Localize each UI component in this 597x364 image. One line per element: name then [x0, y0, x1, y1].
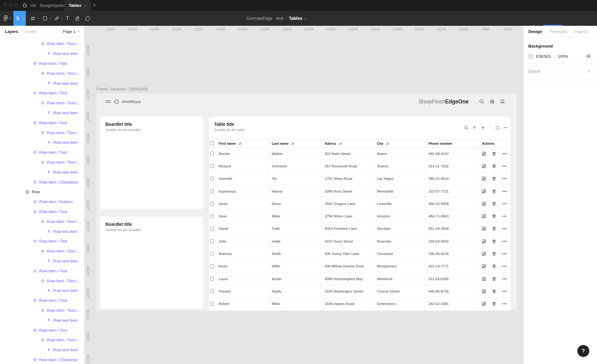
tab-layers[interactable]: Layers	[5, 29, 18, 34]
search-icon[interactable]	[479, 99, 484, 104]
layer-row[interactable]: Row-Item / Text	[0, 207, 84, 217]
layer-row[interactable]: Row-Item / Text /...	[0, 68, 84, 78]
edit-icon[interactable]	[482, 226, 486, 231]
sort-icon[interactable]	[338, 142, 342, 145]
tab-design[interactable]: Design	[528, 29, 542, 34]
plus-icon[interactable]	[480, 125, 485, 130]
layer-row[interactable]: Row-Item / Text /...	[0, 39, 84, 49]
table-row[interactable]: AnthonySmith936 Sunny Glen LaneCleveland…	[209, 248, 511, 260]
layer-row[interactable]: Row-Item / Text /...	[0, 276, 84, 286]
page-selector[interactable]: Page 1	[63, 29, 80, 34]
table-row[interactable]: KevinWillis439 Willow Greene DriveMontgo…	[209, 260, 511, 273]
layer-row[interactable]: Row-Item / Actions	[0, 197, 84, 207]
more-dots-icon[interactable]	[502, 202, 507, 206]
breadcrumb[interactable]: GermanEdge - test / Tables	[247, 11, 307, 26]
row-checkbox[interactable]	[210, 214, 214, 218]
sort-icon[interactable]	[238, 142, 242, 145]
layer-row[interactable]: Row-Item / Text	[0, 59, 84, 69]
layer-row[interactable]: Row	[0, 187, 84, 197]
layer-row[interactable]: TRow text item	[0, 138, 84, 148]
row-checkbox[interactable]	[210, 227, 214, 231]
traffic-light-close[interactable]	[3, 3, 7, 7]
edit-icon[interactable]	[482, 164, 486, 168]
more-icon[interactable]	[503, 125, 508, 130]
pen-tool-button[interactable]	[52, 11, 65, 26]
layer-row[interactable]: TRow text item	[0, 78, 84, 88]
canvas[interactable]: -11600-11500-11400-11300-11200-11100-110…	[85, 26, 523, 364]
edit-icon[interactable]	[482, 202, 486, 206]
row-checkbox[interactable]	[210, 177, 214, 181]
help-button[interactable]: ?	[577, 345, 589, 357]
table-row[interactable]: LauraAustin4088 Hummingbird WayWheelock5…	[209, 273, 511, 285]
layer-row[interactable]: Row-Item / Text /...	[0, 306, 84, 316]
sliders-icon[interactable]	[490, 99, 495, 104]
trash-icon[interactable]	[492, 264, 496, 268]
edit-icon[interactable]	[482, 277, 486, 281]
layer-row[interactable]: Row-Item / Text	[0, 236, 84, 246]
layer-row[interactable]: TRow text item	[0, 226, 84, 236]
table-row[interactable]: PrestonFields1939 Washington StreetCorpu…	[209, 285, 511, 298]
layer-row[interactable]: TRow text item	[0, 108, 84, 118]
row-checkbox[interactable]	[210, 264, 214, 268]
more-dots-icon[interactable]	[502, 302, 507, 306]
add-export-icon[interactable]	[586, 69, 591, 74]
layer-row[interactable]: Row-Item / Text	[0, 118, 84, 128]
layer-row[interactable]: Row-Item / Text	[0, 266, 84, 276]
row-checkbox[interactable]	[210, 302, 214, 306]
row-checkbox[interactable]	[210, 239, 214, 243]
row-checkbox[interactable]	[210, 152, 214, 156]
layer-row[interactable]: Row-Item / Text /...	[0, 335, 84, 345]
edit-icon[interactable]	[482, 214, 486, 218]
header-cell[interactable]: First name	[215, 139, 269, 147]
move-tool-button[interactable]	[13, 11, 26, 26]
traffic-light-minimize[interactable]	[9, 3, 12, 7]
edit-icon[interactable]	[482, 289, 486, 293]
layer-row[interactable]: Row-Item / Text	[0, 88, 84, 98]
layer-row[interactable]: Row-Item / Checkbox	[0, 355, 84, 364]
layer-row[interactable]: TRow text item	[0, 167, 84, 177]
close-tab-icon[interactable]	[84, 4, 87, 7]
more-dots-icon[interactable]	[502, 264, 507, 268]
table-row[interactable]: SeanMiller3756 Wines LaneHouston453-71-0…	[209, 210, 511, 222]
trash-icon[interactable]	[492, 277, 496, 281]
row-checkbox[interactable]	[210, 189, 214, 193]
edit-icon[interactable]	[482, 152, 486, 156]
trash-icon[interactable]	[492, 152, 496, 156]
comment-tool-button[interactable]	[83, 11, 93, 26]
layer-row[interactable]: Row-Item / Text /...	[0, 128, 84, 138]
date-input[interactable]: mm/dd/yyyy	[114, 98, 141, 105]
sort-icon[interactable]	[386, 142, 390, 145]
table-row[interactable]: RachelWelkel923 Nelm StreetAlamo491-58-4…	[209, 148, 511, 160]
table-row[interactable]: JanetDixon2562 Gregory LaneLouisville404…	[209, 198, 511, 210]
layer-row[interactable]: TRow text item	[0, 315, 84, 325]
table-row[interactable]: JohnHollis4197 Hurry StreetRoanoke229-63…	[209, 235, 511, 248]
traffic-light-zoom[interactable]	[14, 3, 17, 7]
more-dots-icon[interactable]	[502, 164, 507, 168]
layer-row[interactable]: Row-Item / Text /...	[0, 157, 84, 167]
edit-icon[interactable]	[482, 252, 486, 256]
new-tab-icon[interactable]	[92, 3, 97, 7]
trash-icon[interactable]	[492, 164, 496, 168]
layer-row[interactable]: Row-Item / Text	[0, 325, 84, 335]
header-cell[interactable]: Phone number	[425, 139, 479, 147]
header-cell[interactable]: Last name	[269, 139, 322, 147]
trash-icon[interactable]	[492, 226, 496, 231]
search-icon[interactable]	[464, 125, 469, 130]
more-dots-icon[interactable]	[502, 176, 507, 181]
edit-icon[interactable]	[482, 264, 486, 268]
boardlet-card-2[interactable]: Boardlet title Subtitle for the boardlet	[100, 217, 203, 309]
background-opacity-value[interactable]: 100%	[558, 54, 568, 59]
more-dots-icon[interactable]	[502, 189, 507, 193]
trash-icon[interactable]	[492, 302, 496, 306]
trash-icon[interactable]	[492, 289, 496, 293]
table-row[interactable]: RobertMiller1036 Ingram RoadGreensboro24…	[209, 298, 511, 310]
layer-row[interactable]: Row-Item / Checkbox	[0, 177, 84, 187]
layer-row[interactable]: Row-Item / Text /...	[0, 246, 84, 256]
more-dots-icon[interactable]	[502, 252, 507, 256]
table-row[interactable]: EsperanzaHanna3286 Ross StreetMetropolis…	[209, 185, 511, 198]
more-dots-icon[interactable]	[502, 226, 507, 231]
trash-icon[interactable]	[492, 202, 496, 206]
tab-ge-designsystem[interactable]: GE - DesignSystem	[30, 0, 67, 11]
edit-icon[interactable]	[482, 176, 486, 181]
tab-inspect[interactable]: Inspect	[574, 29, 588, 34]
